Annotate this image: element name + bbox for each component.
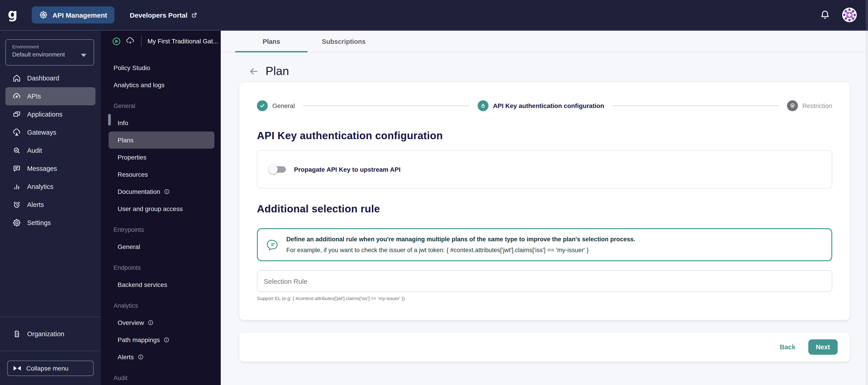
api-menu-entrypoints-general[interactable]: General	[101, 238, 221, 255]
cloud-upload-icon	[12, 92, 21, 101]
main-sidebar: Environment Default environment Dashboar…	[0, 31, 101, 385]
sidebar-item-apis[interactable]: APIs	[5, 87, 95, 105]
sidebar-item-dashboard[interactable]: Dashboard	[5, 69, 95, 87]
main-nav: Dashboard APIs Applications	[0, 69, 101, 232]
selection-rule-input[interactable]	[257, 270, 832, 292]
back-button[interactable]: Back	[780, 343, 796, 351]
sidebar-item-label: Settings	[27, 219, 51, 226]
info-icon	[148, 319, 154, 326]
step-api-key-auth[interactable]: API Key authentication configuration	[478, 100, 604, 111]
chevron-down-icon	[81, 54, 86, 57]
banner-line-1: Define an additional rule when you're ma…	[286, 234, 635, 245]
plan-wizard-card: General API Key authentication configura…	[239, 82, 850, 320]
stepper: General API Key authentication configura…	[257, 100, 832, 111]
collapse-icon	[13, 366, 21, 371]
app-root: g API Management Developers Portal	[0, 0, 868, 385]
alarm-clock-icon	[12, 200, 21, 209]
environment-value: Default environment	[12, 51, 87, 58]
sidebar-item-messages[interactable]: Messages	[5, 160, 95, 178]
sidebar-item-label: Messages	[27, 165, 57, 172]
sidebar-item-label: Gateways	[27, 129, 56, 136]
sidebar-item-analytics[interactable]: Analytics	[5, 178, 95, 196]
api-header: My First Traditional Gat...	[101, 36, 221, 46]
api-name: My First Traditional Gat...	[148, 37, 218, 45]
api-menu-header-general: General	[101, 97, 221, 114]
selection-rule-hint: Support EL (e.g: { #context.attributes['…	[257, 295, 832, 301]
sidebar-item-label: APIs	[27, 93, 41, 100]
page-title-row: Plan	[248, 64, 868, 78]
stepper-connector	[612, 105, 779, 106]
propagate-api-key-box: Propagate API Key to upstream API	[257, 150, 832, 188]
api-menu-header-endpoints: Endpoints	[101, 259, 221, 276]
user-avatar[interactable]	[842, 7, 857, 23]
tab-subscriptions[interactable]: Subscriptions	[308, 31, 380, 52]
play-circle-icon	[112, 36, 121, 46]
api-menu-analytics-and-logs[interactable]: Analytics and logs	[101, 76, 221, 94]
sidebar-item-audit[interactable]: Audit	[5, 141, 95, 160]
api-menu-info[interactable]: Info	[101, 114, 221, 132]
api-menu-path-mappings[interactable]: Path mappings	[101, 331, 221, 348]
collapse-menu-button[interactable]: Collapse menu	[7, 360, 94, 376]
api-management-label: API Management	[53, 11, 107, 19]
sidebar-item-gateways[interactable]: Gateways	[5, 124, 95, 141]
api-menu-alerts[interactable]: Alerts	[101, 348, 221, 365]
api-menu-documentation[interactable]: Documentation	[101, 183, 221, 200]
api-menu-backend-services[interactable]: Backend services	[101, 276, 221, 293]
gear-play-icon	[39, 10, 48, 20]
next-button[interactable]: Next	[808, 339, 838, 355]
api-menu-header-audit: Audit	[101, 369, 221, 385]
step-restriction[interactable]: Restriction	[787, 100, 832, 111]
banner-text: Define an additional rule when you're ma…	[286, 234, 635, 255]
page-title: Plan	[266, 64, 289, 78]
api-nav: Policy Studio Analytics and logs General…	[101, 59, 221, 385]
message-bubble-icon	[12, 164, 21, 173]
sidebar-item-applications[interactable]: Applications	[5, 105, 95, 124]
applications-icon	[12, 110, 21, 119]
lock-icon	[478, 100, 489, 111]
sidebar-scrollbar-thumb[interactable]	[108, 114, 111, 126]
tab-bar: Plans Subscriptions	[221, 31, 868, 53]
step-general[interactable]: General	[257, 100, 295, 111]
organization-icon	[12, 329, 21, 339]
api-menu-header-entrypoints: Entrypoints	[101, 221, 221, 238]
propagate-api-key-toggle[interactable]	[270, 166, 286, 172]
environment-label: Environment	[12, 44, 87, 49]
cloud-not-deployed-icon	[125, 36, 135, 46]
gateway-cloud-icon	[12, 128, 21, 137]
page-scrollbar[interactable]	[866, 0, 868, 385]
sidebar-item-label: Applications	[27, 111, 62, 118]
sidebar-item-organization[interactable]: Organization	[0, 317, 101, 351]
api-menu-policy-studio[interactable]: Policy Studio	[101, 59, 221, 76]
api-menu-overview[interactable]: Overview	[101, 314, 221, 331]
api-menu-plans[interactable]: Plans	[108, 132, 214, 149]
gravitee-logo-icon: g	[0, 7, 25, 23]
sidebar-bottom: Organization Collapse menu	[0, 317, 101, 385]
gear-icon	[12, 218, 21, 227]
api-menu-resources[interactable]: Resources	[101, 166, 221, 183]
api-management-button[interactable]: API Management	[32, 6, 115, 24]
api-menu-header-analytics: Analytics	[101, 297, 221, 314]
notifications-bell-icon[interactable]	[819, 9, 831, 21]
sidebar-item-label: Dashboard	[27, 75, 59, 82]
collapse-menu-label: Collapse menu	[26, 365, 68, 372]
organization-label: Organization	[27, 330, 64, 338]
environment-select[interactable]: Environment Default environment	[5, 39, 94, 66]
api-sidebar: My First Traditional Gat... Policy Studi…	[101, 31, 221, 385]
shield-x-icon	[787, 100, 798, 111]
banner-line-2: For example, if you want to check the is…	[286, 245, 635, 255]
sidebar-item-label: Analytics	[27, 183, 53, 190]
sidebar-item-alerts[interactable]: Alerts	[5, 196, 95, 214]
tab-plans[interactable]: Plans	[235, 31, 308, 52]
developers-portal-link[interactable]: Developers Portal	[130, 11, 198, 19]
main-content: Plans Subscriptions Plan General	[221, 31, 868, 385]
api-menu-properties[interactable]: Properties	[101, 149, 221, 166]
back-arrow-icon[interactable]	[248, 66, 259, 77]
sidebar-item-label: Audit	[27, 147, 42, 154]
external-link-icon	[191, 11, 198, 18]
sidebar-item-label: Alerts	[27, 201, 44, 208]
topbar-actions	[819, 7, 857, 23]
developers-portal-label: Developers Portal	[130, 11, 187, 19]
divider	[141, 36, 142, 46]
sidebar-item-settings[interactable]: Settings	[5, 214, 95, 232]
api-menu-user-group-access[interactable]: User and group access	[101, 200, 221, 217]
